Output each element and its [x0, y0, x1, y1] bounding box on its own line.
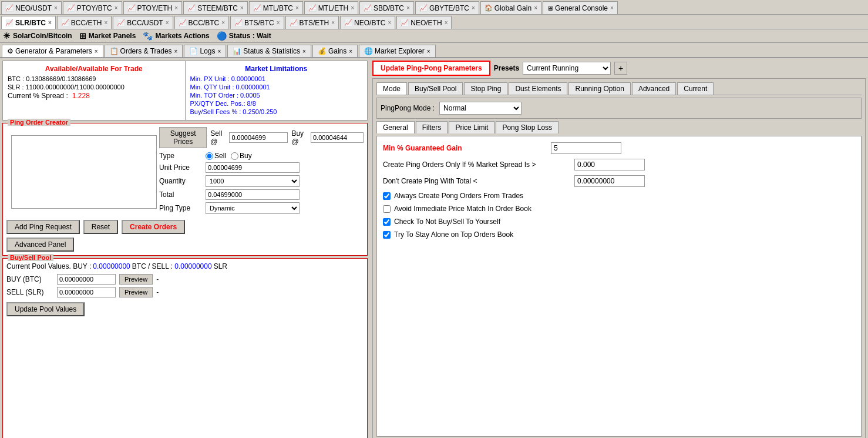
sell-pool-input[interactable]	[57, 287, 116, 297]
close-tab-bts-eth[interactable]: ×	[331, 19, 335, 26]
suggest-prices-button[interactable]: Suggest Prices	[159, 127, 207, 148]
total-input[interactable]	[206, 189, 300, 200]
tab-neo-eth[interactable]: 📈 NEO/ETH ×	[396, 16, 452, 29]
close-market-explorer[interactable]: ×	[427, 48, 430, 55]
tab-bcc-usdt[interactable]: 📈 BCC/USDT ×	[113, 16, 173, 29]
close-tab-global-gain[interactable]: ×	[534, 5, 537, 11]
create-orders-button[interactable]: Create Orders	[122, 220, 185, 234]
mode-tab-dust-elements[interactable]: Dust Elements	[509, 82, 567, 95]
tab-bcc-eth[interactable]: 📈 BCC/ETH ×	[57, 16, 112, 29]
close-tab-slr-btc[interactable]: ×	[48, 19, 52, 26]
tab-ptoy-eth[interactable]: 📈 PTOY/ETH ×	[123, 1, 183, 14]
mode-tab-stop-ping[interactable]: Stop Ping	[464, 82, 507, 95]
reset-button[interactable]: Reset	[83, 220, 118, 234]
sell-at-input[interactable]	[229, 132, 288, 143]
menu-status[interactable]: 🔵 Status : Wait	[217, 31, 271, 41]
buy-pool-input[interactable]	[57, 274, 116, 285]
close-tab-bcc-btc[interactable]: ×	[221, 19, 225, 26]
close-tab-neo-usdt[interactable]: ×	[54, 5, 58, 11]
sell-pool-dash: -	[156, 288, 159, 296]
quantity-select[interactable]: 1000	[206, 175, 300, 187]
close-tab-mtl-eth[interactable]: ×	[351, 5, 354, 11]
buy-radio[interactable]	[231, 152, 238, 160]
cb1-checkbox[interactable]	[383, 192, 391, 200]
close-tab-neo-btc[interactable]: ×	[388, 19, 391, 26]
tab-gbyte-btc[interactable]: 📈 GBYTE/BTC ×	[415, 1, 479, 14]
menu-markets-actions[interactable]: 🐾 Markets Actions	[143, 31, 209, 41]
close-tab-ptoy-btc[interactable]: ×	[115, 5, 118, 11]
close-tab-steem-btc[interactable]: ×	[240, 5, 244, 11]
close-status-stats[interactable]: ×	[302, 48, 306, 55]
gen-tab-general[interactable]: General	[376, 121, 415, 133]
mode-tab-running-option[interactable]: Running Option	[568, 82, 630, 95]
buy-at-input[interactable]	[311, 132, 364, 143]
tab-mtl-eth[interactable]: 📈 MTL/ETH ×	[304, 1, 358, 14]
close-gen-params[interactable]: ×	[95, 48, 98, 55]
close-tab-bcc-usdt[interactable]: ×	[166, 19, 169, 26]
close-tab-neo-eth[interactable]: ×	[445, 19, 448, 26]
tab-global-gain[interactable]: 🏠 Global Gain ×	[480, 1, 541, 14]
pool-info: Current Pool Values. BUY : 0.00000000 BT…	[6, 262, 364, 270]
type-label: Type	[159, 152, 203, 160]
tab-orders-trades[interactable]: 📋 Orders & Trades ×	[105, 45, 183, 57]
cb4-checkbox[interactable]	[383, 231, 391, 239]
mode-tab-advanced[interactable]: Advanced	[632, 82, 676, 95]
preset-select[interactable]: Current Running	[523, 62, 611, 75]
gen-tab-pong-stop-loss[interactable]: Pong Stop Loss	[496, 121, 559, 133]
cb3-checkbox[interactable]	[383, 218, 391, 226]
tab-sbd-btc[interactable]: 📈 SBD/BTC ×	[359, 1, 414, 14]
pingpong-mode-select[interactable]: Normal	[439, 102, 522, 115]
close-tab-sbd-btc[interactable]: ×	[406, 5, 410, 11]
update-pool-button[interactable]: Update Pool Values	[6, 302, 85, 316]
tab-mtl-btc[interactable]: 📈 MTL/BTC ×	[249, 1, 303, 14]
update-pp-button[interactable]: Update Ping-Pong Parameters	[372, 61, 490, 76]
close-tab-bts-btc[interactable]: ×	[277, 19, 280, 26]
add-preset-button[interactable]: +	[614, 62, 627, 75]
close-tab-ptoy-eth[interactable]: ×	[174, 5, 178, 11]
tab-neo-usdt[interactable]: 📈 NEO/USDT ×	[1, 1, 62, 14]
unit-price-input[interactable]	[206, 162, 300, 173]
tab-general-console[interactable]: 🖥 General Console ×	[543, 1, 618, 14]
min-gain-input[interactable]	[551, 142, 621, 154]
gen-tab-filters[interactable]: Filters	[416, 121, 448, 133]
total-create-input[interactable]	[574, 175, 645, 187]
mode-tab-buysell-pool[interactable]: Buy/Sell Pool	[408, 82, 463, 95]
spread-create-input[interactable]	[574, 159, 645, 170]
tab-bts-btc[interactable]: 📈 BTS/BTC ×	[230, 16, 284, 29]
tab-gains[interactable]: 💰 Gains ×	[312, 45, 358, 57]
close-tab-general-console[interactable]: ×	[610, 5, 614, 11]
add-ping-button[interactable]: Add Ping Request	[6, 220, 80, 234]
tab-steem-btc[interactable]: 📈 STEEM/BTC ×	[183, 1, 248, 14]
tab-logs[interactable]: 📄 Logs ×	[184, 45, 226, 57]
cb2-checkbox[interactable]	[383, 205, 391, 213]
close-tab-mtl-btc[interactable]: ×	[295, 5, 299, 11]
cb2-row: Avoid Immediate Price Match In Order Boo…	[383, 205, 855, 213]
buy-preview-button[interactable]: Preview	[119, 274, 153, 285]
tab-generator-parameters[interactable]: ⚙ Generator & Parameters ×	[2, 45, 103, 57]
close-orders-trades[interactable]: ×	[174, 48, 178, 55]
mode-tab-mode[interactable]: Mode	[376, 82, 407, 95]
pp-mode-label: PingPong Mode :	[381, 104, 435, 112]
gen-tab-price-limit[interactable]: Price Limit	[449, 121, 494, 133]
close-tab-bcc-eth[interactable]: ×	[105, 19, 108, 26]
tab-bts-eth[interactable]: 📈 BTS/ETH ×	[285, 16, 339, 29]
mode-tab-current[interactable]: Current	[677, 82, 714, 95]
tab-neo-btc[interactable]: 📈 NEO/BTC ×	[340, 16, 395, 29]
advanced-panel-button[interactable]: Advanced Panel	[6, 238, 74, 252]
type-radio-group: Sell Buy	[206, 152, 252, 160]
menu-solar-coin[interactable]: ☀ SolarCoin/Bitcoin	[3, 31, 72, 41]
cb4-label: Try To Stay Alone on Top Orders Book	[394, 230, 513, 239]
tab-ptoy-btc[interactable]: 📈 PTOY/BTC ×	[63, 1, 122, 14]
close-tab-gbyte-btc[interactable]: ×	[472, 5, 475, 11]
ping-type-select[interactable]: Dynamic	[206, 202, 300, 214]
tab-slr-btc[interactable]: 📈 SLR/BTC ×	[1, 16, 56, 29]
close-gains[interactable]: ×	[349, 48, 352, 55]
tab-bcc-btc[interactable]: 📈 BCC/BTC ×	[174, 16, 230, 29]
tab-status-statistics[interactable]: 📊 Status & Statistics ×	[227, 45, 311, 57]
sell-radio[interactable]	[206, 152, 213, 160]
tab-market-explorer[interactable]: 🌐 Market Explorer ×	[359, 45, 436, 57]
menu-market-panels[interactable]: ⊞ Market Panels	[79, 31, 136, 41]
close-logs[interactable]: ×	[217, 48, 221, 55]
preview-canvas	[11, 135, 157, 209]
sell-preview-button[interactable]: Preview	[119, 287, 153, 297]
